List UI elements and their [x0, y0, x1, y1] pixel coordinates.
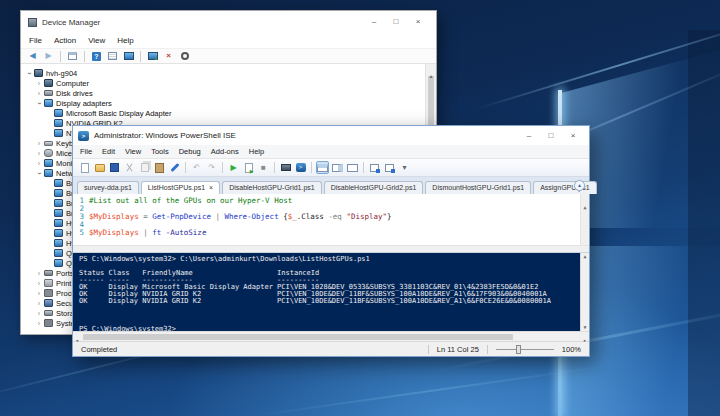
collapse-tab-list-button[interactable]: ▴ — [574, 180, 585, 191]
console-horizontal-scrollbar[interactable] — [73, 331, 589, 341]
collapse-chevron-icon[interactable]: › — [36, 169, 43, 177]
update-driver-button[interactable] — [146, 50, 159, 63]
console-line — [79, 312, 589, 319]
show-script-pane-right-button[interactable] — [331, 161, 344, 174]
device-manager-app-icon — [28, 18, 37, 27]
tree-item-hvh-g904[interactable]: ›hvh-g904 — [21, 68, 436, 78]
dm-menu-help[interactable]: Help — [117, 36, 133, 45]
scan-for-hardware-changes-button[interactable] — [178, 50, 191, 63]
tree-item-label: Print — [56, 279, 71, 288]
cut-button[interactable] — [123, 161, 136, 174]
ise-menu-help[interactable]: Help — [249, 147, 264, 156]
ise-titlebar[interactable]: > Administrator: Windows PowerShell ISE … — [73, 126, 589, 145]
expand-chevron-icon[interactable]: › — [35, 150, 43, 157]
new-powershell-tab-button[interactable] — [368, 161, 381, 174]
dm-minimize-button[interactable]: – — [363, 15, 385, 29]
scrollbar-thumb[interactable] — [83, 334, 513, 340]
tab-dismounthostgpu-grid1-ps1[interactable]: DismountHostGPU-Grid1.ps1 — [425, 181, 531, 194]
expand-chevron-icon[interactable]: › — [35, 90, 43, 97]
zoom-slider[interactable] — [496, 349, 554, 350]
show-hide-console-tree-button[interactable] — [66, 50, 79, 63]
expand-chevron-icon[interactable]: › — [35, 310, 43, 317]
ise-statusbar: Completed Ln 11 Col 25 100% — [73, 341, 589, 356]
tree-item-label: Netw — [56, 169, 73, 178]
save-script-button[interactable] — [108, 161, 121, 174]
ise-menu-debug[interactable]: Debug — [179, 147, 201, 156]
uninstall-device-button[interactable]: × — [162, 50, 175, 63]
properties-button[interactable] — [122, 50, 135, 63]
new-script-button[interactable] — [78, 161, 91, 174]
ise-menu-edit[interactable]: Edit — [102, 147, 115, 156]
devices-by-type-button[interactable] — [106, 50, 119, 63]
new-remote-powershell-tab-button[interactable] — [279, 161, 292, 174]
tab-disablehostgpu-grid2-ps1[interactable]: DisableHostGPU-Grid2.ps1 — [324, 181, 424, 194]
expand-chevron-icon[interactable]: › — [35, 320, 43, 327]
back-button[interactable]: ◀ — [26, 50, 39, 63]
script-editor-pane[interactable]: 1#List out all of the GPUs on our Hyper-… — [73, 194, 589, 253]
ise-menu-file[interactable]: File — [80, 147, 92, 156]
ise-menu-add-ons[interactable]: Add-ons — [211, 147, 239, 156]
tree-item-microsoft-basic-display-adapter[interactable]: Microsoft Basic Display Adapter — [21, 108, 436, 118]
tab-survey-dda-ps1[interactable]: survey-dda.ps1 — [77, 181, 139, 194]
ise-menu-tools[interactable]: Tools — [151, 147, 169, 156]
console-vertical-scrollbar[interactable] — [580, 253, 589, 331]
forward-button[interactable]: ▶ — [42, 50, 55, 63]
expand-chevron-icon[interactable]: › — [35, 280, 43, 287]
ise-maximize-button[interactable]: □ — [540, 129, 562, 143]
expand-chevron-icon[interactable]: › — [35, 80, 43, 87]
ise-minimize-button[interactable]: – — [518, 129, 540, 143]
cut-icon — [125, 163, 134, 172]
tree-item-computer[interactable]: ›Computer — [21, 78, 436, 88]
tree-item-disk-drives[interactable]: ›Disk drives — [21, 88, 436, 98]
dm-close-button[interactable]: × — [407, 15, 429, 29]
stop-operation-button[interactable]: ■ — [257, 161, 270, 174]
editor-vertical-scrollbar[interactable] — [580, 194, 589, 246]
ise-menu-view[interactable]: View — [125, 147, 141, 156]
dm-menu-file[interactable]: File — [29, 36, 42, 45]
toolbar-separator — [311, 162, 312, 173]
run-selection-button[interactable] — [242, 161, 255, 174]
ise-close-button[interactable]: × — [562, 129, 584, 143]
show-script-pane-maximized-button[interactable] — [346, 161, 359, 174]
dm-menu-view[interactable]: View — [88, 36, 105, 45]
show-script-pane-top-button[interactable] — [316, 161, 329, 174]
clear-console-pane-button[interactable] — [168, 161, 181, 174]
dm-maximize-button[interactable]: □ — [385, 15, 407, 29]
zoom-slider-thumb[interactable] — [516, 345, 521, 354]
expand-chevron-icon[interactable]: › — [35, 290, 43, 297]
tab-assigngpu-ps1[interactable]: AssignGPU.ps1 — [533, 181, 596, 194]
redo-button[interactable]: ↷ — [205, 161, 218, 174]
copy-button[interactable] — [138, 161, 151, 174]
expand-chevron-icon[interactable]: › — [35, 300, 43, 307]
run-script-button[interactable]: ▶ — [227, 161, 240, 174]
scrollbar-up-arrow[interactable] — [426, 64, 436, 75]
open-script-button[interactable] — [93, 161, 106, 174]
close-tab-icon[interactable]: × — [209, 184, 213, 191]
tree-item-label: Computer — [56, 79, 89, 88]
toolbar-overflow-button[interactable]: ▾ — [398, 161, 411, 174]
close-powershell-tab-button[interactable] — [383, 161, 396, 174]
editor-horizontal-scrollbar[interactable] — [73, 245, 589, 252]
console-pane[interactable]: PS C:\Windows\system32> C:\Users\adminku… — [73, 253, 589, 331]
device-manager-titlebar[interactable]: Device Manager –□× — [21, 11, 436, 33]
scrollbar-up-arrow[interactable] — [581, 253, 589, 260]
undo-button[interactable]: ↶ — [190, 161, 203, 174]
collapse-chevron-icon[interactable]: › — [36, 99, 43, 107]
tab-disablehostgpu-grid1-ps1[interactable]: DisableHostGPU-Grid1.ps1 — [222, 181, 322, 194]
collapse-chevron-icon[interactable]: › — [26, 69, 33, 77]
tab-label: ListHostGPUs.ps1 — [148, 184, 205, 191]
security-icon — [44, 299, 53, 307]
expand-chevron-icon[interactable]: › — [35, 140, 43, 147]
editor-line: 5$MyDisplays | ft -AutoSize — [73, 229, 589, 237]
tree-item-display-adapters[interactable]: ›Display adapters — [21, 98, 436, 108]
paste-button[interactable] — [153, 161, 166, 174]
expand-chevron-icon[interactable]: › — [35, 270, 43, 277]
open-script-icon — [95, 164, 105, 172]
scrollbar-up-arrow[interactable] — [581, 194, 589, 213]
expand-chevron-icon[interactable]: › — [35, 160, 43, 167]
tab-listhostgpus-ps1[interactable]: ListHostGPUs.ps1× — [141, 181, 220, 194]
scrollbar-down-arrow[interactable] — [581, 324, 589, 331]
start-powershell-button[interactable]: > — [294, 161, 307, 174]
dm-menu-action[interactable]: Action — [54, 36, 76, 45]
help-button[interactable]: ? — [90, 50, 103, 63]
